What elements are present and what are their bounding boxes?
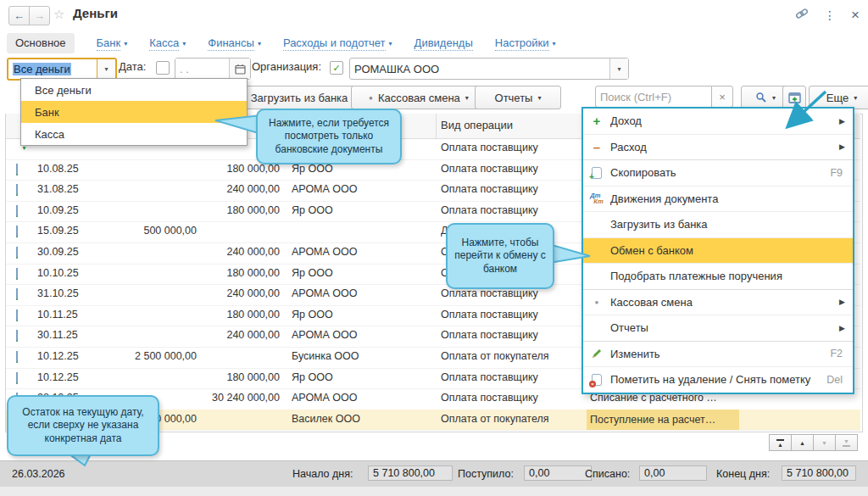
status-bar: 26.03.2026 Начало дня:5 710 800,00Поступ…	[0, 460, 868, 488]
chevron-down-icon: ▾	[124, 40, 127, 47]
chevron-down-icon: ▾	[258, 40, 261, 47]
check-icon: ✓	[16, 295, 18, 300]
combo-dropdown-icon[interactable]: ▾	[609, 59, 628, 79]
menu-item-4[interactable]: Загрузить из банка	[583, 211, 853, 237]
cell-income: 500 000,00	[99, 225, 197, 237]
submenu-arrow-icon: ▶	[839, 142, 853, 151]
cell-operation: Оплата поставщику	[441, 287, 583, 299]
open-in-new-window-button[interactable]	[782, 86, 806, 109]
cell-operation: Оплата поставщику	[441, 329, 583, 341]
cell-party: АРОМА ООО	[292, 246, 436, 258]
date-checkbox[interactable]	[156, 61, 170, 75]
check-icon: ✓	[16, 379, 18, 384]
cell-operation: Оплата поставщику	[441, 183, 583, 195]
date-label: Дата:	[119, 60, 146, 74]
cell-party: Яр ООО	[292, 309, 436, 320]
up-button[interactable]: ▲	[791, 434, 814, 451]
tab-main[interactable]: Основное	[7, 33, 75, 53]
dropdown-item-2[interactable]: Касса	[21, 123, 247, 145]
tab-label: Касса	[149, 36, 179, 51]
window-plus-icon	[788, 92, 801, 103]
reports-button[interactable]: Отчеты ▾	[475, 86, 561, 109]
go-last-button[interactable]: ▼	[835, 434, 858, 451]
tab-section-3[interactable]: Финансы▾	[208, 36, 261, 51]
delete-icon: ×	[583, 374, 610, 386]
organization-combobox[interactable]: РОМАШКА ООО ▾	[349, 58, 629, 80]
combo-dropdown-icon[interactable]: ▾	[97, 59, 115, 79]
menu-item-9[interactable]: ИзменитьF2	[583, 341, 853, 367]
menu-item-8[interactable]: Отчеты▶	[583, 315, 853, 341]
cell-party: Василек ООО	[292, 413, 436, 425]
cell-expense: 240 000,00	[191, 329, 280, 341]
chevron-down-icon: ▾	[854, 94, 857, 102]
back-button[interactable]: ←	[8, 6, 30, 25]
menu-item-10[interactable]: ×Пометить на удаление / Снять пометкуDel	[583, 366, 853, 393]
go-first-button[interactable]: ▲	[769, 434, 792, 451]
menu-item-1[interactable]: –Расход▶	[583, 134, 853, 160]
menu-item-shortcut: F9	[830, 167, 843, 179]
calendar-icon[interactable]	[229, 59, 250, 79]
load-from-bank-button[interactable]: Загрузить из банка	[237, 86, 361, 109]
cell-date: 10.12.25	[37, 371, 98, 383]
tab-section-4[interactable]: Расходы и подотчет▾	[283, 36, 392, 51]
check-icon: ✓	[16, 358, 18, 363]
money-journal-window: ← → ☆ Деньги ⋮ × ОсновноеБанк▾Касса▾Фина…	[0, 0, 868, 496]
favorite-star-icon[interactable]: ☆	[53, 7, 64, 22]
triangle-up-icon: ▲	[777, 442, 783, 448]
cell-date: 10.12.25	[37, 350, 98, 362]
title-bar: ← → ☆ Деньги ⋮ ×	[0, 0, 868, 29]
forward-arrow-icon: →	[34, 9, 45, 22]
down-button[interactable]: ▼	[813, 434, 836, 451]
tab-section-5[interactable]: Дивиденды	[415, 36, 473, 51]
window-bottom-strip	[0, 487, 868, 496]
close-icon[interactable]: ×	[851, 8, 860, 22]
menu-item-label: Изменить	[610, 348, 830, 360]
tab-label: Банк	[97, 36, 121, 51]
dot-icon: ●	[583, 298, 610, 306]
cell-operation: Оплата поставщику	[441, 392, 583, 404]
tab-section-2[interactable]: Касса▾	[149, 36, 186, 51]
search-input[interactable]	[595, 86, 712, 108]
chevron-down-icon: ▾	[772, 94, 776, 102]
cell-date: 10.09.25	[37, 204, 98, 216]
cell-operation: Оплата поставщику	[441, 204, 583, 216]
search-clear-icon[interactable]: ×	[711, 86, 733, 108]
cell-operation: Оплата поставщику	[441, 371, 583, 383]
load-from-bank-label: Загрузить из банка	[251, 92, 348, 104]
forward-button[interactable]: →	[29, 6, 50, 25]
money-type-combobox[interactable]: Все деньги ▾	[7, 58, 117, 81]
link-icon[interactable]	[795, 7, 809, 23]
menu-item-3[interactable]: ДтКтДвижения документа	[583, 186, 853, 212]
dropdown-item-0[interactable]: Все деньги	[21, 79, 247, 101]
cell-party: Яр ООО	[292, 204, 436, 216]
posted-document-icon: ✓	[16, 330, 18, 342]
organization-checkbox[interactable]: ✓	[330, 61, 343, 75]
menu-item-5[interactable]: Обмен с банком	[583, 237, 853, 264]
tab-label: Финансы	[208, 36, 254, 51]
column-header-operation[interactable]: Вид операции	[441, 119, 513, 131]
menu-item-2[interactable]: +СкопироватьF9	[583, 159, 853, 186]
search-icon	[755, 92, 767, 103]
organization-label: Организация:	[252, 60, 321, 74]
cell-party: Яр ООО	[292, 371, 436, 383]
cell-date: 15.09.25	[37, 225, 98, 237]
date-field-group	[175, 58, 251, 80]
menu-item-0[interactable]: +Доход▶	[583, 109, 853, 134]
tooltip-bank-filter: Нажмите, если требуется посмотреть тольк…	[256, 109, 402, 164]
cell-expense: 180 000,00	[191, 267, 280, 279]
menu-item-label: Расход	[610, 141, 839, 153]
date-input[interactable]	[175, 59, 229, 79]
dropdown-item-1[interactable]: Банк	[21, 101, 247, 123]
posted-document-icon: ✓	[16, 309, 18, 321]
tab-section-1[interactable]: Банк▾	[97, 36, 128, 51]
more-button[interactable]: Еще ▾	[809, 86, 868, 109]
check-icon: ✓	[16, 337, 18, 342]
kebab-menu-icon[interactable]: ⋮	[824, 8, 836, 22]
cell-date: 30.09.25	[37, 246, 98, 258]
menu-item-shortcut: F2	[830, 348, 843, 359]
tooltip-text: Остаток на текущую дату, если сверху не …	[15, 406, 151, 446]
menu-item-6[interactable]: Подобрать платежные поручения	[583, 263, 853, 289]
cash-shift-button[interactable]: ● Кассовая смена ▾	[351, 86, 487, 109]
menu-item-7[interactable]: ●Кассовая смена▶	[583, 289, 853, 315]
tab-section-6[interactable]: Настройки▾	[495, 36, 556, 51]
